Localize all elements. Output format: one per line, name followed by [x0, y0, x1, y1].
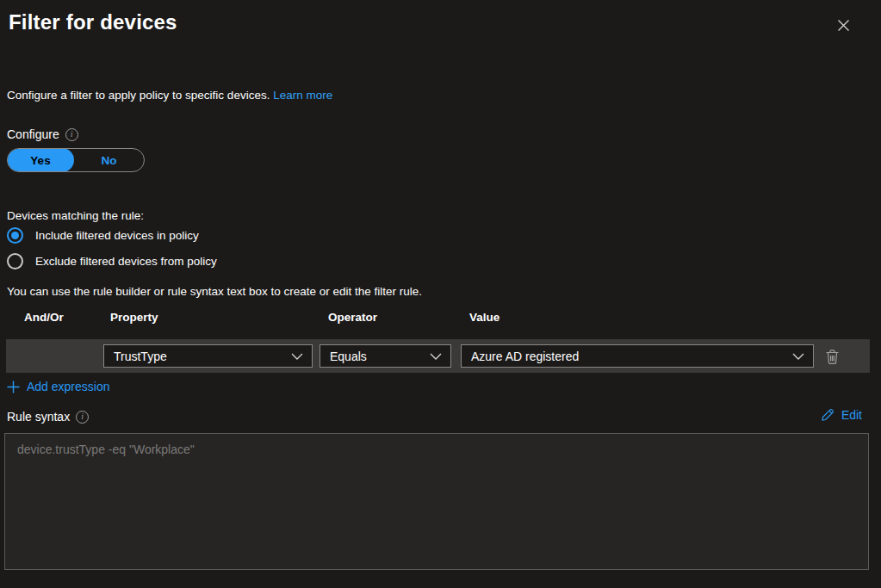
header-value: Value — [469, 311, 499, 324]
property-dropdown-value: TrustType — [114, 350, 167, 363]
radio-selected-icon[interactable] — [7, 227, 23, 244]
rule-syntax-label: Rule syntax — [7, 410, 70, 424]
value-dropdown[interactable]: Azure AD registered — [461, 344, 814, 368]
info-icon[interactable]: i — [65, 128, 78, 141]
chevron-down-icon — [430, 353, 442, 360]
header-operator: Operator — [328, 311, 377, 324]
description: Configure a filter to apply policy to sp… — [7, 89, 332, 102]
learn-more-link[interactable]: Learn more — [273, 89, 332, 102]
radio-option-exclude[interactable]: Exclude filtered devices from policy — [7, 253, 217, 269]
edit-label: Edit — [841, 408, 862, 422]
radio-option-include[interactable]: Include filtered devices in policy — [7, 227, 199, 244]
chevron-down-icon — [792, 353, 804, 360]
operator-dropdown-value: Equals — [330, 350, 367, 363]
instruction-text: You can use the rule builder or rule syn… — [7, 285, 422, 298]
delete-expression-button[interactable] — [821, 345, 843, 368]
configure-label: Configure — [7, 127, 59, 141]
configure-label-row: Configure i — [7, 127, 78, 141]
header-and-or: And/Or — [24, 311, 64, 324]
devices-matching-label: Devices matching the rule: — [7, 209, 144, 222]
configure-toggle[interactable]: Yes No — [7, 148, 145, 172]
edit-rule-syntax-link[interactable]: Edit — [821, 407, 862, 422]
info-icon[interactable]: i — [76, 411, 89, 424]
add-expression-link[interactable]: Add expression — [7, 380, 110, 393]
filter-for-devices-panel: Filter for devices Configure a filter to… — [0, 0, 881, 588]
operator-dropdown[interactable]: Equals — [320, 344, 451, 368]
value-dropdown-value: Azure AD registered — [471, 350, 579, 363]
page-title: Filter for devices — [9, 10, 177, 34]
radio-unselected-icon[interactable] — [7, 253, 23, 269]
toggle-yes-option[interactable]: Yes — [7, 148, 74, 172]
close-button[interactable] — [834, 15, 853, 34]
trash-icon — [825, 349, 840, 365]
toggle-no-option[interactable]: No — [74, 149, 144, 171]
header-property: Property — [110, 311, 158, 324]
rule-syntax-textarea[interactable]: device.trustType -eq "Workplace" — [4, 433, 869, 570]
close-icon — [837, 19, 850, 32]
plus-icon — [7, 381, 20, 393]
description-text: Configure a filter to apply policy to sp… — [7, 89, 270, 102]
chevron-down-icon — [291, 353, 303, 360]
add-expression-label: Add expression — [27, 380, 110, 393]
expression-row: TrustType Equals Azure AD registered — [6, 339, 870, 373]
rule-syntax-label-row: Rule syntax i — [7, 410, 89, 424]
pencil-icon — [821, 407, 835, 422]
radio-exclude-label: Exclude filtered devices from policy — [35, 255, 217, 268]
property-dropdown[interactable]: TrustType — [103, 344, 313, 368]
radio-include-label: Include filtered devices in policy — [35, 229, 199, 242]
